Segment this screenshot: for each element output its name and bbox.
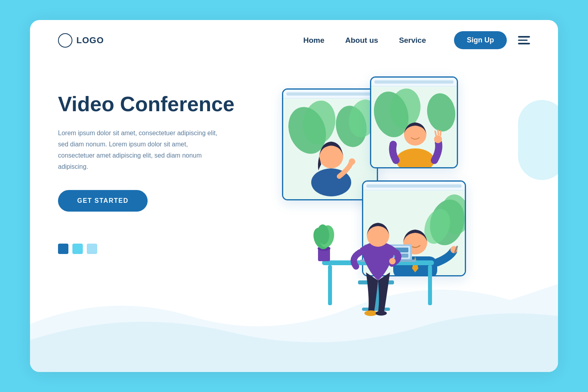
svg-rect-29 bbox=[328, 265, 332, 305]
vc-window-man-tie bbox=[362, 180, 466, 276]
svg-line-15 bbox=[438, 130, 438, 134]
svg-point-46 bbox=[364, 310, 377, 316]
svg-point-47 bbox=[376, 311, 387, 316]
signup-button[interactable]: Sign Up bbox=[454, 31, 507, 49]
hero-description: Lorem ipsum dolor sit amet, consectetuer… bbox=[58, 128, 226, 172]
dot-1 bbox=[58, 244, 68, 254]
nav: Home About us Service Sign Up bbox=[303, 31, 507, 49]
left-panel: Video Conference Lorem ipsum dolor sit a… bbox=[58, 76, 250, 254]
hero-title: Video Conference bbox=[58, 92, 250, 116]
svg-point-35 bbox=[318, 246, 330, 251]
dot-2 bbox=[72, 244, 83, 254]
dot-3 bbox=[87, 244, 97, 254]
page-card: LOGO Home About us Service Sign Up Video… bbox=[30, 20, 558, 372]
vc-window-bar-2 bbox=[371, 78, 457, 86]
hamburger-menu[interactable] bbox=[518, 36, 530, 44]
svg-rect-33 bbox=[362, 308, 390, 311]
svg-point-38 bbox=[316, 224, 330, 245]
logo-area: LOGO bbox=[58, 33, 104, 48]
logo-icon bbox=[58, 33, 72, 48]
vc-content-man-tie bbox=[363, 190, 465, 275]
header: LOGO Home About us Service Sign Up bbox=[30, 20, 558, 60]
svg-point-24 bbox=[372, 246, 380, 254]
vc-window-bar-1 bbox=[283, 90, 377, 98]
svg-rect-34 bbox=[318, 248, 330, 261]
svg-point-37 bbox=[318, 224, 336, 248]
svg-rect-31 bbox=[358, 280, 394, 284]
svg-line-16 bbox=[440, 131, 441, 135]
svg-point-7 bbox=[349, 158, 355, 165]
dots-row bbox=[58, 244, 250, 254]
svg-point-36 bbox=[311, 226, 332, 252]
nav-about[interactable]: About us bbox=[345, 36, 378, 45]
illustration-panel bbox=[250, 76, 530, 356]
get-started-button[interactable]: GET STARTED bbox=[58, 190, 148, 212]
vc-window-man-wave bbox=[370, 76, 458, 168]
main-content: Video Conference Lorem ipsum dolor sit a… bbox=[30, 60, 558, 368]
svg-line-14 bbox=[435, 131, 436, 135]
vc-window-bar-3 bbox=[363, 182, 465, 190]
svg-rect-32 bbox=[372, 284, 380, 308]
svg-point-13 bbox=[434, 135, 442, 143]
logo-text: LOGO bbox=[76, 35, 104, 46]
nav-service[interactable]: Service bbox=[399, 36, 426, 45]
nav-home[interactable]: Home bbox=[303, 36, 324, 45]
vc-content-man-wave bbox=[371, 86, 457, 167]
